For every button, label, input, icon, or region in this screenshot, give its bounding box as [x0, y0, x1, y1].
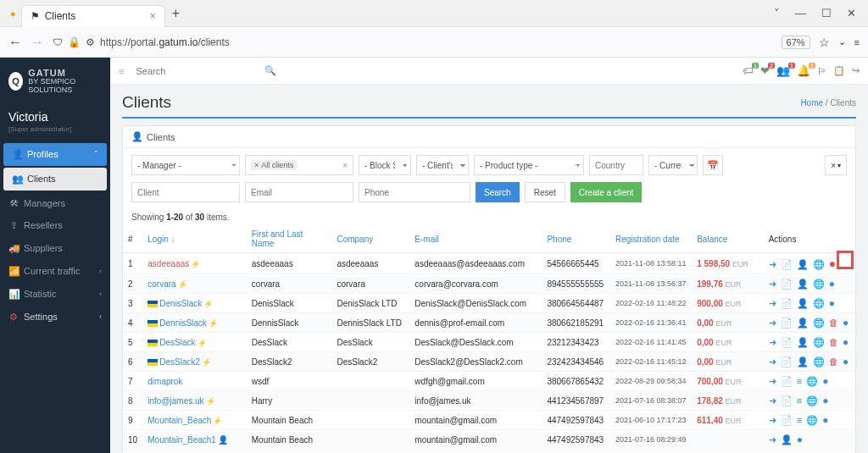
brand-text: GATUM BY SEMPICO SOLUTIONS — [28, 68, 102, 95]
bolt-icon: ⚡ — [191, 260, 200, 268]
delete-icon[interactable]: 🗑 — [829, 337, 839, 347]
maximize-icon[interactable]: ☐ — [821, 7, 832, 19]
reset-button[interactable]: Reset — [525, 182, 565, 202]
login-link[interactable]: DesSlack2 — [159, 357, 200, 367]
filter-client-name[interactable] — [131, 182, 240, 202]
cell-name: DesSlack2 — [247, 352, 332, 372]
col-login[interactable]: Login ↓ — [142, 225, 246, 253]
topbar-icon[interactable]: 📋 — [833, 65, 845, 76]
topbar-badge[interactable]: 👥1 — [776, 64, 790, 77]
cell-actions[interactable]: ➜ 📄 ≡ 🌐 ● — [764, 372, 855, 391]
new-tab-button[interactable]: + — [172, 6, 180, 21]
sidebar-item-settings[interactable]: ⚙Settings‹ — [0, 306, 110, 329]
col-registration[interactable]: Registration date — [610, 225, 692, 253]
calendar-button[interactable]: 📅 — [703, 155, 723, 175]
browser-tab[interactable]: ⚑ Clients × — [21, 5, 165, 27]
cell-actions[interactable]: ➜ 📄 👤 🌐 🗑 ● — [764, 313, 855, 333]
filter-manager[interactable]: - Manager - — [131, 155, 240, 175]
close-window-icon[interactable]: ✕ — [847, 7, 856, 19]
cell-phone: 441234567897 — [542, 391, 610, 411]
filter-phone[interactable] — [359, 182, 470, 202]
url-text: https://portal.gatum.io/clients — [100, 36, 230, 48]
sidebar-item-statistic[interactable]: 📊Statistic‹ — [0, 283, 110, 306]
status-dot-blue[interactable]: ● — [797, 434, 804, 445]
login-link[interactable]: dimaprok — [147, 377, 182, 386]
filter-email[interactable] — [245, 182, 353, 202]
login-link[interactable]: asdeeaaas — [147, 259, 189, 268]
delete-icon[interactable]: 🗑 — [829, 318, 839, 328]
cell-actions[interactable]: ➜ 📄 ≡ 🌐 ● — [764, 391, 855, 411]
cell-actions[interactable]: ➜ 👤 ● — [764, 430, 855, 450]
status-dot-blue[interactable]: ● — [829, 297, 836, 309]
clear-filters-button[interactable]: × ▾ — [825, 155, 847, 175]
filter-country[interactable] — [589, 155, 643, 175]
status-dot-blue[interactable]: ● — [843, 336, 849, 348]
cell-actions[interactable]: ➜ 📄 👤 🌐 ● — [764, 274, 855, 294]
sidebar-item-managers[interactable]: 🛠Managers — [0, 192, 110, 214]
bookmark-icon[interactable]: ☆ — [819, 36, 830, 49]
status-dot-blue[interactable]: ● — [822, 395, 829, 406]
login-link[interactable]: DesSlack — [159, 338, 195, 347]
col-phone[interactable]: Phone — [542, 225, 610, 253]
menu-toggle-icon[interactable]: ≡ — [119, 66, 124, 76]
url-field[interactable]: 🛡 🔒 ⚙ https://portal.gatum.io/clients — [53, 36, 773, 48]
sidebar-item-resellers[interactable]: ⇪Resellers — [0, 214, 110, 237]
status-dot-blue[interactable]: ● — [843, 356, 849, 367]
filter-block-status[interactable]: - Block Status — [359, 155, 411, 175]
zoom-level[interactable]: 67% — [782, 36, 810, 49]
forward-button[interactable]: → — [31, 35, 44, 50]
cell-actions[interactable]: ➜ 📄 👤 🌐 🗑 ● — [764, 352, 855, 372]
login-link[interactable]: Mountain_Beach1 — [147, 435, 216, 445]
sidebar-item-current-traffic[interactable]: 📶Current traffic‹ — [0, 260, 110, 283]
cell-actions[interactable]: ➜ 📄 ≡ 🌐 ● — [764, 450, 855, 454]
back-button[interactable]: ← — [8, 35, 22, 50]
login-link[interactable]: Mountain_Beach — [147, 416, 211, 425]
delete-icon[interactable]: 🗑 — [829, 356, 839, 367]
topbar-badge[interactable]: 🔔1 — [797, 64, 810, 77]
sidebar-item-clients[interactable]: 👥Clients — [3, 168, 107, 191]
filter-client-stat[interactable]: - Client's stat — [416, 155, 469, 175]
col-index[interactable]: # — [123, 225, 142, 253]
topbar-badge[interactable]: 🏷1 — [743, 64, 754, 77]
search-input[interactable] — [132, 63, 256, 80]
status-dot-red[interactable]: ● — [829, 257, 837, 270]
cell-index: 5 — [123, 333, 142, 352]
sidebar-item-profiles[interactable]: 👤Profiles˅ — [3, 143, 107, 166]
topbar-icon[interactable]: ↪ — [852, 65, 860, 76]
login-link[interactable]: DennisSlack — [159, 318, 207, 328]
login-link[interactable]: info@james.uk — [147, 396, 203, 406]
status-dot-blue[interactable]: ● — [822, 375, 829, 387]
filter-clients[interactable]: × All clients × — [245, 155, 353, 175]
col-balance[interactable]: Balance — [692, 225, 763, 253]
col-email[interactable]: E-mail — [409, 225, 542, 253]
topbar-icon[interactable]: 🏳 — [817, 66, 826, 76]
search-icon[interactable]: 🔍 — [264, 65, 276, 76]
cell-actions[interactable]: ➜ 📄 👤 🌐 ● — [764, 253, 855, 274]
topbar-badge[interactable]: ❤2 — [760, 64, 770, 77]
status-dot-blue[interactable]: ● — [843, 317, 849, 329]
cell-actions[interactable]: ➜ 📄 👤 🌐 🗑 ● — [764, 333, 855, 352]
filter-currency[interactable]: - Currency - — [648, 155, 698, 175]
chevron-down-icon[interactable]: ˅ — [774, 7, 780, 19]
search-button[interactable]: Search — [476, 182, 520, 202]
close-icon[interactable]: × — [150, 10, 156, 22]
filter-product-type[interactable]: - Product type - — [474, 155, 584, 175]
tag-all-clients[interactable]: × All clients — [251, 160, 297, 170]
minimize-icon[interactable]: — — [795, 7, 806, 19]
col-company[interactable]: Company — [331, 225, 409, 253]
sidebar-item-suppliers[interactable]: 🚚Suppliers — [0, 237, 110, 260]
panel-title: Clients — [147, 132, 175, 142]
lock-icon: 🔒 — [68, 36, 81, 48]
pocket-icon[interactable]: ⌄ — [838, 36, 846, 47]
cell-actions[interactable]: ➜ 📄 👤 🌐 ● — [764, 294, 855, 313]
col-name[interactable]: First and Last Name — [247, 225, 332, 253]
calendar-icon: 📅 — [707, 160, 719, 171]
create-client-button[interactable]: Create a client — [570, 182, 642, 202]
cell-actions[interactable]: ➜ 📄 ≡ 🌐 ● — [764, 411, 855, 430]
app-menu-icon[interactable]: ≡ — [854, 37, 860, 47]
status-dot-blue[interactable]: ● — [822, 414, 829, 426]
status-dot-blue[interactable]: ● — [829, 278, 836, 290]
breadcrumb-home[interactable]: Home — [800, 98, 823, 108]
login-link[interactable]: corvara — [147, 279, 175, 289]
login-link[interactable]: DenisSlack — [159, 299, 202, 308]
